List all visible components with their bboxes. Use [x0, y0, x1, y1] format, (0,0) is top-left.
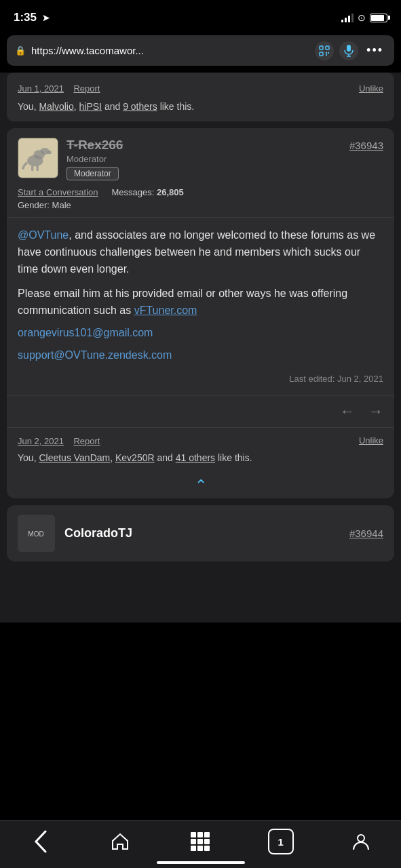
post-report[interactable]: Report [73, 83, 100, 94]
post2-report[interactable]: Report [73, 436, 100, 446]
like-user2[interactable]: hiPSI [79, 101, 102, 112]
wifi-icon: ⊙ [358, 12, 366, 23]
preview-post-number[interactable]: #36944 [349, 528, 383, 539]
browser-url-bar[interactable]: 🔒 https://www.tacomawor... ••• [7, 35, 394, 66]
preview-username: ColoradoTJ [64, 526, 132, 540]
post2-unlike[interactable]: Unlike [359, 435, 383, 446]
post2-like-user1[interactable]: Cleetus VanDam [39, 452, 110, 463]
svg-point-10 [47, 151, 52, 154]
mention-link[interactable]: @OVTune [18, 229, 69, 241]
post-body: @OVTune, and associates are no longer we… [7, 217, 394, 395]
main-post-card: T-Rex266 #36943 Moderator Moderator Star… [7, 128, 394, 498]
user-stats: Start a Conversation Messages: 26,805 [18, 187, 383, 197]
last-edited: Last edited: Jun 2, 2021 [18, 372, 383, 386]
battery-icon [370, 14, 387, 22]
lock-icon: 🔒 [15, 45, 26, 56]
back-button[interactable] [24, 830, 56, 853]
email1-link[interactable]: orangevirus101@gmail.com [18, 325, 383, 342]
prev-arrow[interactable]: ← [340, 403, 355, 420]
status-icons: ⊙ [341, 12, 387, 23]
tabs-button[interactable]: 1 [265, 829, 297, 854]
svg-text:MOD: MOD [28, 530, 43, 538]
svg-rect-12 [37, 165, 39, 171]
svg-point-15 [358, 835, 364, 842]
post-date[interactable]: Jun 1, 2021 [18, 83, 64, 94]
mic-icon[interactable] [339, 41, 358, 60]
post-meta-row: Jun 1, 2021 Report Unlike [18, 82, 383, 94]
url-text: https://www.tacomawor... [31, 45, 309, 56]
chevron-up-icon: ⌃ [195, 477, 207, 494]
scan-icon[interactable] [315, 41, 334, 60]
vftuner-link[interactable]: vFTuner.com [134, 304, 197, 316]
svg-rect-1 [326, 46, 329, 50]
grid-icon [191, 832, 210, 851]
tab-count[interactable]: 1 [268, 829, 294, 854]
expand-button[interactable]: ⌃ [7, 473, 394, 498]
post-header: T-Rex266 #36943 Moderator Moderator Star… [7, 128, 394, 217]
post-footer-meta: Jun 2, 2021 Report Unlike [18, 435, 383, 447]
svg-rect-2 [320, 52, 323, 56]
post2-like-user2[interactable]: Kev250R [115, 452, 155, 463]
username: T-Rex266 [66, 138, 123, 153]
profile-button[interactable] [345, 832, 377, 851]
like-others[interactable]: 9 others [123, 101, 157, 112]
home-indicator [157, 861, 245, 864]
user-role: Moderator [66, 154, 383, 164]
status-bar: 1:35 ➤ ⊙ [0, 0, 401, 33]
status-time: 1:35 ➤ [14, 11, 50, 24]
post2-date[interactable]: Jun 2, 2021 [18, 436, 64, 446]
gender-info: Gender: Male [18, 200, 383, 210]
post-unlike[interactable]: Unlike [359, 83, 383, 94]
moderator-badge: Moderator [66, 167, 119, 180]
signal-icon [341, 13, 354, 22]
email2-link[interactable]: support@OVTune.zendesk.com [18, 347, 383, 364]
more-options-icon[interactable]: ••• [364, 41, 386, 60]
svg-rect-0 [320, 46, 323, 50]
user-info: T-Rex266 #36943 Moderator Moderator [66, 138, 383, 180]
avatar [18, 138, 58, 178]
next-arrow[interactable]: → [368, 403, 383, 420]
grid-button[interactable] [184, 832, 216, 851]
svg-rect-11 [31, 165, 33, 171]
post-partial-card: Jun 1, 2021 Report Unlike You, Malvolio,… [7, 73, 394, 121]
messages-count: Messages: 26,805 [112, 187, 184, 197]
post2-likes: You, Cleetus VanDam, Kev250R and 41 othe… [18, 452, 383, 463]
start-conversation-link[interactable]: Start a Conversation [18, 187, 98, 197]
like-user1[interactable]: Malvolio [39, 101, 73, 112]
home-button[interactable] [104, 832, 136, 851]
post2-like-others[interactable]: 41 others [176, 452, 215, 463]
next-post-preview: MOD ColoradoTJ #36944 [7, 505, 394, 561]
preview-avatar: MOD [18, 515, 55, 552]
post-footer: Jun 2, 2021 Report Unlike You, Cleetus V… [7, 427, 394, 473]
post-number[interactable]: #36943 [349, 140, 383, 151]
post-likes: You, Malvolio, hiPSI and 9 others like t… [18, 101, 383, 112]
svg-rect-3 [347, 45, 351, 52]
post-navigation: ← → [7, 395, 394, 427]
